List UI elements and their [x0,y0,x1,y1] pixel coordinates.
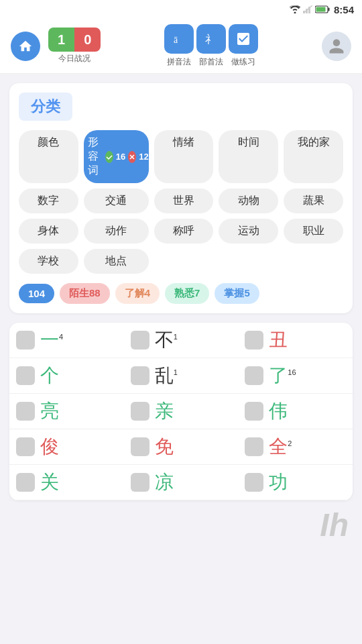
cat-item-body[interactable]: 身体 [19,219,78,244]
word-item[interactable]: 了16 [238,358,353,394]
word-item[interactable]: 功 [238,465,353,500]
word-item[interactable]: 关 [9,465,124,500]
word-item[interactable]: 不1 [124,323,239,358]
cat-item-transport[interactable]: 交通 [84,189,149,213]
word-checkbox[interactable] [131,437,149,456]
pinyin-icon: ā [171,31,187,47]
word-char: 关 [40,473,59,492]
word-checkbox[interactable] [131,402,149,421]
avatar-icon [328,38,345,55]
stat-unfamiliar: 陌生88 [60,283,110,304]
stat-learning: 了解4 [115,283,160,304]
score-label: 今日战况 [58,53,90,64]
cat-item-vegetable[interactable]: 蔬果 [284,189,343,213]
avatar-button[interactable] [322,32,351,61]
cat-item-number[interactable]: 数字 [19,189,78,213]
status-time: 8:54 [334,4,354,15]
practice-action[interactable]: 做练习 [229,24,258,68]
stats-bar: 104 陌生88 了解4 熟悉7 掌握5 [19,283,343,304]
word-item[interactable]: 免 [124,429,239,465]
svg-text:ā: ā [174,35,178,45]
stat-familiar: 熟悉7 [165,283,209,304]
cat-item-action[interactable]: 动作 [84,219,149,244]
word-checkbox[interactable] [16,402,35,421]
cat-item-myfamily[interactable]: 我的家 [284,130,343,183]
word-char: 伟 [269,402,288,421]
word-item[interactable]: 亲 [124,394,239,429]
cross-badge [128,151,136,163]
cat-item-address[interactable]: 称呼 [154,219,214,244]
cat-item-animal[interactable]: 动物 [219,189,278,213]
home-button[interactable] [11,32,40,61]
word-item[interactable]: 凉 [124,465,239,500]
word-list: 一4不1丑个乱1了16亮亲伟俊免全2关凉功 [9,323,353,500]
bushou-icon: 礻 [203,31,219,47]
word-item[interactable]: 丑 [238,323,353,358]
main-content: 分类 颜色 形容词 16 12 情绪 [0,74,362,510]
signal-icon [303,5,312,13]
word-checkbox[interactable] [131,331,149,350]
word-char: 功 [269,473,288,492]
word-checkbox[interactable] [16,331,35,350]
score-wrap: 1 0 今日战况 [48,28,101,64]
word-list-card: 一4不1丑个乱1了16亮亲伟俊免全2关凉功 [9,323,353,500]
nav-actions: ā 拼音法 礻 部首法 做练习 [109,24,314,68]
category-card: 分类 颜色 形容词 16 12 情绪 [9,83,353,313]
cat-item-school[interactable]: 学校 [19,249,78,274]
word-item[interactable]: 伟 [238,394,353,429]
word-checkbox[interactable] [16,437,35,456]
word-item[interactable]: 个 [9,358,124,394]
word-item[interactable]: 乱1 [124,358,239,394]
cat-item-job[interactable]: 职业 [284,219,343,244]
practice-label: 做练习 [231,56,255,68]
bottom-text: Ih [320,506,349,543]
cat-item-time[interactable]: 时间 [219,130,278,183]
cat-item-world[interactable]: 世界 [154,189,214,213]
word-char: 了16 [269,366,296,385]
word-char: 一4 [40,331,63,350]
cat-item-sport[interactable]: 运动 [219,219,278,244]
word-checkbox[interactable] [245,366,263,385]
battery-icon [315,5,330,13]
word-checkbox[interactable] [245,473,263,492]
word-checkbox[interactable] [16,366,35,385]
word-item[interactable]: 俊 [9,429,124,465]
top-nav: 1 0 今日战况 ā 拼音法 礻 部首法 [0,19,362,74]
cat-item-place[interactable]: 地点 [84,249,149,274]
word-checkbox[interactable] [131,473,149,492]
home-icon [18,39,33,54]
bushou-label: 部首法 [199,56,223,68]
word-char: 亲 [155,402,174,421]
practice-icon [235,31,251,47]
word-char: 丑 [269,331,288,350]
word-char: 乱1 [155,366,178,385]
word-char: 俊 [40,437,59,456]
word-item[interactable]: 亮 [9,394,124,429]
pinyin-action[interactable]: ā 拼音法 [164,24,194,68]
score-badge: 1 0 [48,28,101,52]
word-item[interactable]: 全2 [238,429,353,465]
word-char: 不1 [155,331,178,350]
word-char: 凉 [155,473,174,492]
wifi-icon [290,5,300,13]
score-correct: 1 [48,28,74,52]
stat-total: 104 [19,284,54,303]
word-char: 个 [40,366,59,385]
bottom-area: Ih [0,510,362,550]
status-bar: 8:54 [0,0,362,19]
bushou-action[interactable]: 礻 部首法 [196,24,226,68]
svg-rect-6 [316,7,325,12]
cat-item-color[interactable]: 颜色 [19,130,78,183]
pinyin-label: 拼音法 [167,56,191,68]
cat-item-adjective[interactable]: 形容词 16 12 [84,130,149,183]
word-checkbox[interactable] [245,331,263,350]
pinyin-icon-bg: ā [164,24,194,54]
word-checkbox[interactable] [245,402,263,421]
word-item[interactable]: 一4 [9,323,124,358]
word-checkbox[interactable] [16,473,35,492]
word-char: 免 [155,437,174,456]
word-checkbox[interactable] [131,366,149,385]
category-title: 分类 [19,93,72,121]
cat-item-emotion[interactable]: 情绪 [154,130,214,183]
word-checkbox[interactable] [245,437,263,456]
